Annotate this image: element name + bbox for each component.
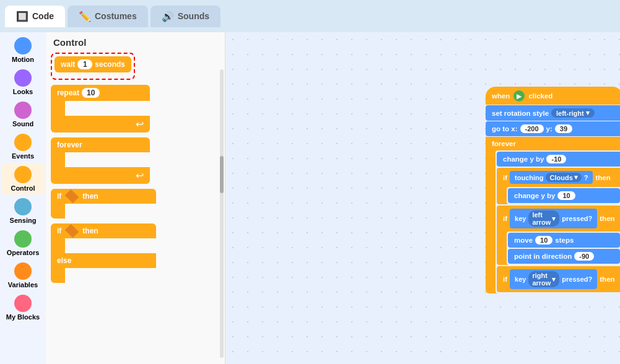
sensing-circle	[14, 198, 32, 215]
blocks-panel: Control wait 1 seconds repeat 10 ↩	[46, 32, 225, 364]
if-right-label: if	[503, 275, 507, 283]
if-else-label: if	[57, 227, 61, 235]
events-circle	[14, 134, 32, 151]
if-then-else-block-else-body	[63, 268, 156, 283]
variables-circle	[14, 262, 32, 280]
looks-circle	[14, 69, 32, 87]
tab-sounds[interactable]: 🔊 Sounds	[151, 6, 220, 27]
repeat-value[interactable]: 10	[82, 88, 100, 98]
right-arrow-chevron-icon: ▾	[552, 275, 556, 284]
motion-label: Motion	[12, 56, 34, 63]
repeat-arrow-icon: ↩	[136, 118, 144, 130]
control-circle	[14, 166, 32, 183]
sidebar-item-variables[interactable]: Variables	[1, 260, 45, 291]
key-right-block[interactable]: key right arrow ▾ pressed?	[510, 269, 597, 289]
if-clouds-block[interactable]: if touching Clouds ▾ ? then cha	[497, 168, 620, 204]
repeat-block-wrapper: repeat 10 ↩	[51, 85, 220, 132]
code-area[interactable]: when ▶ clicked set rotation style left-r…	[225, 32, 620, 364]
events-label: Events	[12, 152, 34, 160]
sidebar-item-operators[interactable]: Operators	[1, 228, 45, 259]
if-right-top: if key right arrow ▾ pressed? then	[497, 266, 620, 292]
key-left-block[interactable]: key left arrow ▾ pressed?	[510, 209, 597, 228]
scroll-thumb[interactable]	[220, 156, 224, 193]
left-right-dropdown[interactable]: left-right ▾	[551, 108, 595, 118]
if-clouds-inner: change y by 10	[507, 187, 620, 204]
sidebar-item-myblocks[interactable]: My Blocks	[1, 292, 45, 323]
direction-value[interactable]: -90	[574, 252, 594, 261]
tab-sounds-label: Sounds	[178, 11, 209, 21]
then-else-then-label: then	[82, 227, 98, 235]
y-label: y:	[546, 125, 552, 132]
scroll-track	[220, 69, 224, 358]
wait-block-highlight: wait 1 seconds	[51, 53, 135, 80]
plus10-value[interactable]: 10	[557, 191, 575, 200]
if-left-top: if key left arrow ▾ pressed? then	[497, 206, 620, 232]
if-label-clouds: if	[503, 174, 507, 181]
repeat-block-top: repeat 10	[51, 85, 150, 101]
then-left-label: then	[600, 215, 614, 222]
repeat-block-body	[63, 101, 150, 116]
set-rotation-block[interactable]: set rotation style left-right ▾	[486, 105, 620, 121]
clicked-label: clicked	[528, 92, 552, 100]
myblocks-circle	[14, 295, 32, 312]
sensing-label: Sensing	[10, 217, 37, 224]
sidebar-item-events[interactable]: Events	[1, 131, 45, 162]
go-to-xy-block[interactable]: go to x: -200 y: 39	[486, 121, 620, 136]
x-value[interactable]: -200	[520, 124, 544, 133]
sound-circle	[14, 102, 32, 119]
clouds-dropdown[interactable]: Clouds ▾	[546, 173, 581, 182]
change-y-minus10-block[interactable]: change y by -10	[497, 152, 620, 167]
tab-costumes[interactable]: ✏️ Costumes	[68, 6, 148, 27]
wait-block[interactable]: wait 1 seconds	[55, 56, 131, 72]
forever-label: forever	[57, 141, 82, 149]
forever-script-block[interactable]: forever change y by -10 if	[486, 137, 620, 293]
sidebar-item-sound[interactable]: Sound	[1, 99, 45, 130]
if-then-else-else-row: else	[51, 253, 156, 268]
tab-code[interactable]: 🔲 Code	[5, 6, 65, 27]
forever-block[interactable]: forever ↩	[51, 137, 150, 184]
sidebar-item-control[interactable]: Control	[1, 163, 45, 194]
forever-inner: change y by -10 if touching Clouds ▾ ?	[496, 150, 620, 293]
left-arrow-dropdown[interactable]: left arrow ▾	[528, 210, 559, 227]
if-right-arrow-block[interactable]: if key right arrow ▾ pressed? then	[497, 266, 620, 292]
tab-costumes-label: Costumes	[95, 11, 137, 21]
go-to-label: go to x:	[492, 125, 518, 132]
if-then-else-block-wrapper: if then else	[51, 223, 220, 283]
change-y-plus10-block[interactable]: change y by 10	[508, 188, 620, 203]
sidebar-item-sensing[interactable]: Sensing	[1, 196, 45, 227]
move-label: move	[514, 236, 533, 244]
point-direction-block[interactable]: point in direction -90	[508, 249, 620, 264]
sidebar-item-looks[interactable]: Looks	[1, 67, 45, 98]
point-label: point in direction	[514, 253, 572, 260]
steps-label: steps	[555, 236, 574, 244]
wait-value[interactable]: 1	[77, 59, 92, 69]
y-value[interactable]: 39	[555, 124, 572, 133]
operators-circle	[14, 230, 32, 248]
change-y-label1: change y by	[503, 155, 544, 163]
if-then-block-wrapper: if then	[51, 189, 220, 219]
wait-label: wait	[61, 60, 75, 69]
if-label: if	[57, 192, 61, 201]
forever-block-wrapper: forever ↩	[51, 137, 220, 184]
touching-block[interactable]: touching Clouds ▾ ?	[510, 171, 593, 184]
clouds-chevron-icon: ▾	[574, 173, 578, 181]
if-clouds-top: if touching Clouds ▾ ? then	[497, 168, 620, 187]
move-value[interactable]: 10	[535, 236, 552, 245]
minus10-value[interactable]: -10	[546, 155, 566, 163]
when-flag-clicked-block[interactable]: when ▶ clicked	[486, 87, 620, 105]
repeat-block[interactable]: repeat 10 ↩	[51, 85, 150, 132]
then-label: then	[82, 192, 98, 201]
then-clouds-label: then	[595, 174, 610, 181]
forever-arrow-icon: ↩	[136, 170, 144, 181]
if-then-else-top: if then	[51, 223, 156, 238]
if-then-block[interactable]: if then	[51, 189, 156, 219]
wait-suffix: seconds	[95, 60, 125, 69]
change-y-label2: change y by	[514, 192, 555, 199]
right-arrow-dropdown[interactable]: right arrow ▾	[528, 271, 559, 287]
if-left-arrow-block[interactable]: if key left arrow ▾ pressed? then	[497, 206, 620, 265]
sidebar-item-motion[interactable]: Motion	[1, 35, 45, 66]
forever-script-label: forever	[486, 137, 620, 150]
move-10-steps-block[interactable]: move 10 steps	[508, 233, 620, 248]
script1[interactable]: when ▶ clicked set rotation style left-r…	[486, 87, 620, 293]
if-then-else-block[interactable]: if then else	[51, 223, 156, 283]
